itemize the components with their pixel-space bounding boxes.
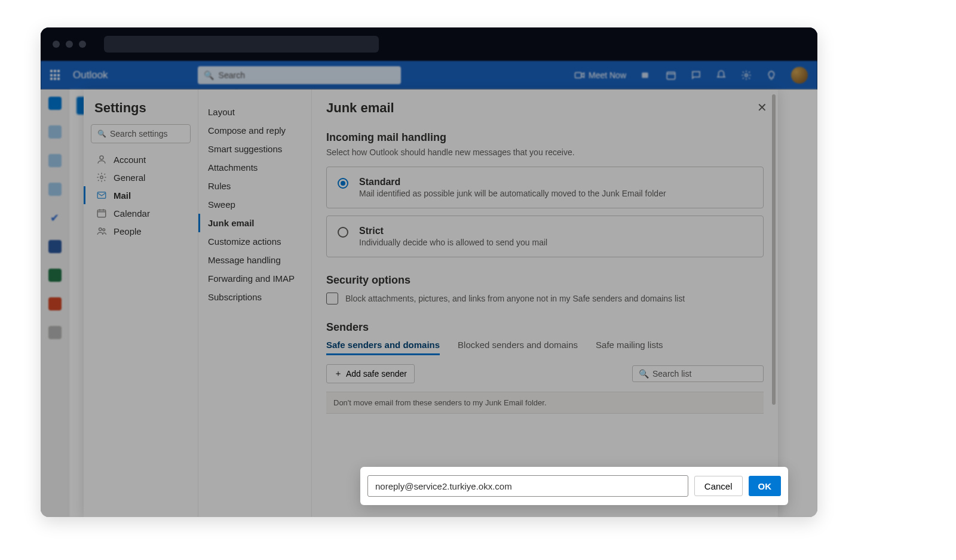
add-safe-sender-button[interactable]: ＋ Add safe sender — [326, 364, 415, 383]
svg-rect-7 — [97, 210, 106, 217]
subnav-subscriptions[interactable]: Subscriptions — [203, 288, 309, 306]
option-strict-title: Strict — [359, 226, 547, 236]
header-search-placeholder: Search — [219, 70, 245, 80]
svg-rect-2 — [667, 72, 675, 79]
address-bar[interactable] — [104, 36, 379, 53]
svg-rect-1 — [642, 73, 648, 78]
teams-icon[interactable] — [641, 70, 651, 81]
subnav-forwarding[interactable]: Forwarding and IMAP — [203, 269, 309, 288]
svg-point-5 — [100, 176, 103, 179]
bulb-icon[interactable] — [766, 70, 777, 81]
security-title: Security options — [326, 274, 764, 287]
subnav-junk[interactable]: Junk email — [198, 214, 309, 232]
incoming-title: Incoming mail handling — [326, 131, 764, 144]
rail-more-icon[interactable] — [48, 326, 62, 339]
block-label: Block attachments, pictures, and links f… — [345, 294, 685, 303]
block-checkbox-row[interactable]: Block attachments, pictures, and links f… — [326, 293, 764, 304]
search-icon: 🔍 — [639, 369, 649, 379]
titlebar — [41, 27, 817, 61]
nav-mail[interactable]: Mail — [84, 186, 191, 204]
rail-excel-icon[interactable] — [48, 269, 62, 282]
calendar-icon — [96, 208, 108, 219]
app-launcher-icon[interactable] — [50, 70, 61, 81]
ok-button[interactable]: OK — [749, 476, 782, 496]
rail-mail-icon[interactable] — [48, 97, 62, 110]
svg-point-4 — [100, 156, 103, 159]
person-icon — [96, 154, 108, 165]
outlook-header: Outlook 🔍 Search Meet Now — [41, 61, 817, 90]
option-standard[interactable]: Standard Mail identified as possible jun… — [326, 167, 764, 208]
search-icon: 🔍 — [97, 130, 106, 138]
rail-people-icon[interactable] — [48, 154, 62, 167]
app-title: Outlook — [73, 69, 108, 81]
incoming-desc: Select how Outlook should handle new mes… — [326, 147, 764, 157]
settings-nav-column: Settings 🔍 Search settings Account Gener… — [84, 90, 198, 517]
close-icon[interactable]: ✕ — [757, 100, 767, 115]
window-min-dot[interactable] — [66, 41, 73, 48]
settings-panel: Settings 🔍 Search settings Account Gener… — [84, 90, 778, 517]
svg-point-8 — [99, 228, 102, 231]
settings-search[interactable]: 🔍 Search settings — [91, 124, 191, 143]
safe-sender-input[interactable] — [367, 475, 688, 497]
tab-safe-senders[interactable]: Safe senders and domains — [326, 340, 440, 355]
mail-icon — [96, 190, 108, 201]
option-standard-desc: Mail identified as possible junk will be… — [359, 189, 666, 198]
rail-calendar-icon[interactable] — [48, 125, 62, 139]
option-strict-desc: Individually decide who is allowed to se… — [359, 238, 547, 247]
subnav-compose[interactable]: Compose and reply — [203, 121, 309, 140]
search-icon: 🔍 — [204, 70, 214, 80]
nav-general[interactable]: General — [91, 168, 191, 186]
nav-people[interactable]: People — [91, 222, 191, 240]
left-rail: ✔ — [41, 90, 69, 517]
safe-sender-input-row: Cancel OK — [360, 467, 788, 505]
subnav-smart[interactable]: Smart suggestions — [203, 140, 309, 158]
video-icon — [574, 70, 585, 81]
settings-content: ✕ Junk email Incoming mail handling Sele… — [312, 90, 778, 517]
subnav-layout[interactable]: Layout — [203, 103, 309, 121]
senders-hint: Don't move email from these senders to m… — [326, 392, 764, 414]
svg-point-3 — [745, 74, 748, 77]
meet-now-button[interactable]: Meet Now — [574, 70, 626, 81]
subnav-attachments[interactable]: Attachments — [203, 158, 309, 177]
people-icon — [96, 226, 108, 236]
rail-word-icon[interactable] — [48, 240, 62, 253]
window-close-dot[interactable] — [53, 41, 60, 48]
option-strict[interactable]: Strict Individually decide who is allowe… — [326, 216, 764, 257]
subnav-message-handling[interactable]: Message handling — [203, 251, 309, 269]
plus-icon: ＋ — [334, 368, 342, 379]
rail-todo-icon[interactable]: ✔ — [50, 211, 59, 224]
svg-rect-0 — [575, 73, 581, 78]
gear-icon — [96, 172, 108, 183]
senders-title: Senders — [326, 321, 764, 334]
rail-powerpoint-icon[interactable] — [48, 297, 62, 310]
cancel-button[interactable]: Cancel — [694, 476, 743, 496]
nav-calendar[interactable]: Calendar — [91, 204, 191, 222]
header-search[interactable]: 🔍 Search — [198, 66, 401, 84]
traffic-lights — [53, 41, 86, 48]
tab-safe-mailing[interactable]: Safe mailing lists — [596, 340, 663, 355]
scrollbar[interactable] — [772, 94, 776, 405]
page-title: Junk email — [326, 100, 764, 116]
browser-frame: Outlook 🔍 Search Meet Now ✔ — [41, 27, 817, 517]
option-standard-title: Standard — [359, 177, 666, 187]
avatar[interactable] — [791, 67, 808, 84]
settings-subnav-column: Layout Compose and reply Smart suggestio… — [198, 90, 312, 517]
radio-selected-icon — [338, 178, 348, 189]
nav-account[interactable]: Account — [91, 150, 191, 168]
checkbox-icon — [326, 293, 338, 304]
radio-unselected-icon — [338, 227, 348, 238]
subnav-rules[interactable]: Rules — [203, 177, 309, 195]
svg-point-9 — [103, 229, 105, 231]
rail-files-icon[interactable] — [48, 183, 62, 196]
tab-blocked-senders[interactable]: Blocked senders and domains — [458, 340, 578, 355]
bell-icon[interactable] — [716, 70, 727, 81]
window-max-dot[interactable] — [79, 41, 86, 48]
search-list-input[interactable]: 🔍 Search list — [632, 365, 764, 382]
gear-icon[interactable] — [741, 70, 752, 81]
chat-icon[interactable] — [691, 70, 701, 81]
calendar-icon[interactable] — [666, 70, 676, 81]
subnav-sweep[interactable]: Sweep — [203, 195, 309, 214]
settings-title: Settings — [91, 100, 191, 116]
subnav-customize[interactable]: Customize actions — [203, 232, 309, 251]
